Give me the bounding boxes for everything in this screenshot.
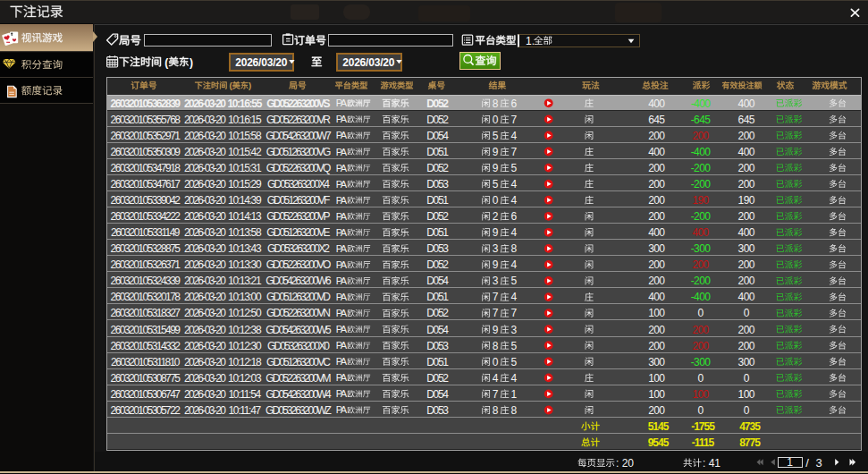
svg-text:400: 400 [738,146,755,158]
svg-text:9545: 9545 [648,436,670,449]
svg-text:100: 100 [648,388,665,401]
svg-text:10:14:13: 10:14:13 [228,210,262,223]
svg-text:PA: PA [336,243,348,254]
svg-text:2026-03-20: 2026-03-20 [184,404,226,417]
svg-text:400: 400 [738,97,755,110]
svg-text:0: 0 [744,372,750,385]
svg-text:2026-03-20: 2026-03-20 [184,162,226,174]
svg-text:8: 8 [511,242,518,255]
svg-text:100: 100 [648,307,665,319]
svg-text:GD054263200W7: GD054263200W7 [265,130,332,142]
svg-text:D051: D051 [426,226,449,239]
svg-text:GD054263200W4: GD054263200W4 [265,388,332,401]
svg-text:200: 200 [692,324,709,336]
svg-text:7: 7 [511,114,518,126]
svg-text:400: 400 [738,226,755,239]
svg-text:4735: 4735 [739,420,761,433]
svg-text:PA: PA [336,404,348,415]
svg-text:260320105318327: 260320105318327 [111,307,181,319]
svg-text:2026-03-20: 2026-03-20 [184,372,226,385]
svg-text:200: 200 [738,258,755,271]
svg-text:D053: D053 [426,340,449,352]
svg-text:PA: PA [336,211,348,222]
svg-text:400: 400 [692,226,709,239]
svg-text:200: 200 [738,162,755,174]
svg-text:200: 200 [738,340,755,352]
svg-text:300: 300 [648,356,665,368]
svg-text:D053: D053 [426,404,449,417]
svg-text:200: 200 [738,130,755,142]
svg-text:5: 5 [511,162,518,174]
svg-text:D052: D052 [426,114,449,126]
svg-text:0: 0 [697,372,704,385]
svg-text:2026-03-20: 2026-03-20 [184,114,226,126]
svg-text:200: 200 [738,324,755,336]
svg-text:200: 200 [648,258,665,271]
svg-text:300: 300 [738,242,755,255]
svg-text:D054: D054 [426,275,449,287]
svg-text:2026-03-20: 2026-03-20 [184,97,226,110]
svg-text:PA: PA [336,340,348,351]
svg-text:8: 8 [493,97,499,110]
svg-text:260320105362839: 260320105362839 [111,97,181,110]
svg-text:7: 7 [511,146,518,158]
svg-text:D052: D052 [426,210,449,223]
svg-text:100: 100 [738,388,755,401]
svg-text:): ) [190,56,193,69]
svg-text:D054: D054 [426,388,449,401]
svg-text:PA: PA [336,130,348,140]
svg-text:D051: D051 [426,194,449,207]
svg-text:: 20: : 20 [616,457,634,470]
svg-text:: 41: : 41 [703,457,721,470]
svg-text:10:15:29: 10:15:29 [228,178,262,190]
svg-text:4: 4 [511,258,518,271]
svg-text:200: 200 [648,404,665,417]
svg-text:1: 1 [511,388,518,401]
svg-text:4: 4 [511,194,518,207]
svg-text:5: 5 [511,356,518,368]
svg-text:2026-03-20: 2026-03-20 [184,130,226,142]
svg-text:10:15:42: 10:15:42 [228,146,262,158]
svg-text:10:16:55: 10:16:55 [227,97,262,110]
svg-text:0: 0 [493,114,499,126]
svg-text:200: 200 [648,210,665,223]
svg-text:-300: -300 [691,242,712,255]
svg-text:-400: -400 [691,291,712,303]
svg-text:2026/03/20: 2026/03/20 [342,56,395,69]
svg-text:200: 200 [738,210,755,223]
svg-text:7: 7 [493,291,499,303]
svg-text:260320105320178: 260320105320178 [111,291,181,303]
svg-text:9: 9 [493,162,499,174]
svg-text:GD051263200VD: GD051263200VD [266,291,331,303]
svg-text:200: 200 [738,178,755,190]
svg-text:D054: D054 [426,130,449,142]
svg-text:PA: PA [336,356,348,367]
svg-text:GD053263200WZ: GD053263200WZ [265,404,332,417]
svg-text:GD052263200VQ: GD052263200VQ [266,162,331,174]
svg-text:4: 4 [511,226,518,239]
svg-text:10:11:54: 10:11:54 [228,388,261,401]
svg-text:10:12:03: 10:12:03 [228,372,262,385]
svg-text:8: 8 [493,404,499,417]
svg-text:D052: D052 [426,162,449,174]
svg-text:260320105328875: 260320105328875 [111,242,181,255]
svg-text:10:13:58: 10:13:58 [228,226,262,239]
svg-text:0: 0 [697,307,704,319]
svg-text:D053: D053 [426,242,449,255]
svg-text:190: 190 [692,194,709,207]
svg-text:2026-03-20: 2026-03-20 [184,340,226,352]
svg-text:10:11:47: 10:11:47 [228,404,261,417]
svg-text:260320105308775: 260320105308775 [111,372,181,385]
svg-text:4: 4 [511,372,518,385]
svg-text:D051: D051 [426,146,449,158]
svg-text:200: 200 [648,162,665,174]
svg-text:8775: 8775 [739,436,761,449]
svg-text:PA: PA [336,147,348,157]
svg-text:200: 200 [738,275,755,287]
svg-text:10:13:21: 10:13:21 [228,275,262,287]
svg-text:GD051263200VF: GD051263200VF [267,194,330,207]
svg-text:2026-03-20: 2026-03-20 [184,194,226,207]
svg-text:260320105347918: 260320105347918 [111,162,181,174]
svg-text:2026-03-20: 2026-03-20 [184,324,226,336]
svg-text:PA: PA [336,163,348,174]
